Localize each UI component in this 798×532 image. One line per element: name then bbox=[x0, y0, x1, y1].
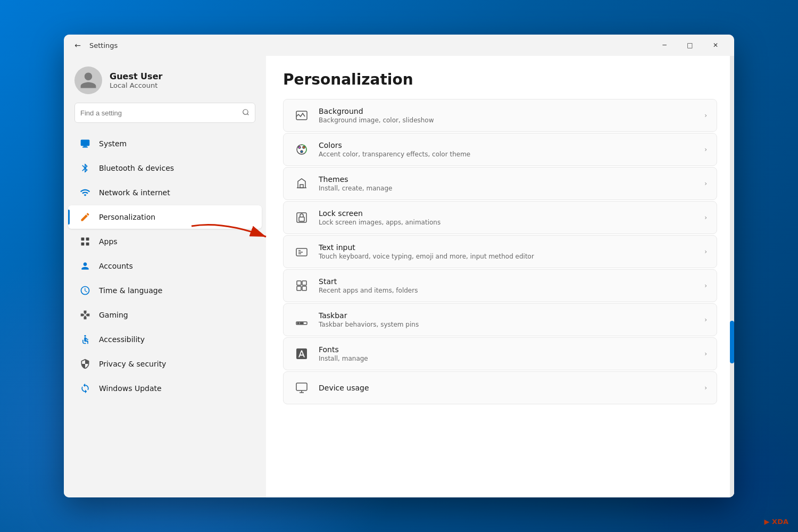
window-title: Settings bbox=[89, 41, 652, 49]
xda-watermark: ▶ XDA bbox=[764, 518, 788, 526]
nav-item-personalization[interactable]: Personalization bbox=[68, 205, 262, 229]
update-icon bbox=[79, 382, 92, 395]
nav-label-time: Time & language bbox=[99, 286, 162, 295]
device-usage-chevron: › bbox=[704, 384, 707, 392]
settings-item-text-input[interactable]: Text input Touch keyboard, voice typing,… bbox=[283, 235, 717, 268]
nav-item-time[interactable]: Time & language bbox=[68, 279, 262, 302]
nav-item-accounts[interactable]: Accounts bbox=[68, 254, 262, 278]
close-button[interactable]: ✕ bbox=[703, 37, 728, 54]
taskbar-chevron: › bbox=[704, 316, 707, 323]
search-box[interactable] bbox=[74, 103, 255, 123]
svg-point-12 bbox=[298, 146, 301, 148]
taskbar-icon bbox=[293, 311, 310, 328]
themes-text: Themes Install, create, manage bbox=[319, 175, 696, 192]
nav-label-apps: Apps bbox=[99, 237, 118, 246]
svg-rect-20 bbox=[302, 281, 306, 285]
bluetooth-icon bbox=[79, 162, 92, 174]
device-usage-text: Device usage bbox=[319, 384, 696, 392]
maximize-button[interactable]: □ bbox=[678, 37, 702, 54]
personalization-icon bbox=[79, 211, 92, 223]
user-profile[interactable]: Guest User Local Account bbox=[64, 56, 266, 103]
title-bar: ← Settings ─ □ ✕ bbox=[64, 35, 734, 56]
background-icon bbox=[293, 107, 310, 124]
background-text: Background Background image, color, slid… bbox=[319, 107, 696, 124]
nav-item-apps[interactable]: Apps bbox=[68, 230, 262, 253]
nav-item-update[interactable]: Windows Update bbox=[68, 377, 262, 400]
svg-line-1 bbox=[247, 113, 249, 115]
background-desc: Background image, color, slideshow bbox=[319, 117, 696, 124]
svg-point-13 bbox=[303, 146, 305, 148]
nav-label-bluetooth: Bluetooth & devices bbox=[99, 164, 174, 172]
text-input-title: Text input bbox=[319, 243, 696, 252]
nav-item-system[interactable]: System bbox=[68, 132, 262, 155]
taskbar-title: Taskbar bbox=[319, 311, 696, 320]
lock-screen-chevron: › bbox=[704, 214, 707, 221]
accessibility-icon bbox=[79, 333, 92, 346]
nav-item-privacy[interactable]: Privacy & security bbox=[68, 352, 262, 376]
nav-item-network[interactable]: Network & internet bbox=[68, 181, 262, 204]
accounts-icon bbox=[79, 260, 92, 272]
svg-rect-21 bbox=[297, 286, 301, 290]
settings-item-taskbar[interactable]: Taskbar Taskbar behaviors, system pins › bbox=[283, 303, 717, 336]
search-input[interactable] bbox=[80, 109, 238, 117]
text-input-desc: Touch keyboard, voice typing, emoji and … bbox=[319, 253, 696, 260]
start-text: Start Recent apps and items, folders bbox=[319, 277, 696, 294]
settings-item-background[interactable]: Background Background image, color, slid… bbox=[283, 99, 717, 132]
nav-item-bluetooth[interactable]: Bluetooth & devices bbox=[68, 156, 262, 180]
user-info: Guest User Local Account bbox=[110, 71, 162, 89]
start-icon bbox=[293, 277, 310, 294]
settings-item-colors[interactable]: Colors Accent color, transparency effect… bbox=[283, 133, 717, 166]
taskbar-text: Taskbar Taskbar behaviors, system pins bbox=[319, 311, 696, 328]
main-content: Guest User Local Account bbox=[64, 56, 734, 497]
scrollbar[interactable] bbox=[730, 56, 734, 497]
lock-screen-text: Lock screen Lock screen images, apps, an… bbox=[319, 209, 696, 226]
search-icon bbox=[242, 109, 250, 118]
settings-list: Background Background image, color, slid… bbox=[283, 99, 717, 404]
right-panel-content: Personalization Background Background im… bbox=[266, 56, 734, 497]
page-title: Personalization bbox=[283, 71, 717, 88]
settings-item-lock-screen[interactable]: Lock screen Lock screen images, apps, an… bbox=[283, 201, 717, 234]
nav-label-personalization: Personalization bbox=[99, 213, 155, 221]
lock-screen-title: Lock screen bbox=[319, 209, 696, 218]
user-avatar-icon bbox=[79, 71, 98, 90]
svg-point-14 bbox=[301, 151, 303, 153]
window-controls: ─ □ ✕ bbox=[652, 37, 728, 54]
device-usage-title: Device usage bbox=[319, 384, 696, 392]
settings-item-fonts[interactable]: Fonts Install, manage › bbox=[283, 337, 717, 370]
svg-rect-8 bbox=[86, 243, 89, 246]
background-chevron: › bbox=[704, 112, 707, 119]
start-desc: Recent apps and items, folders bbox=[319, 287, 696, 294]
taskbar-desc: Taskbar behaviors, system pins bbox=[319, 321, 696, 328]
text-input-chevron: › bbox=[704, 248, 707, 255]
themes-title: Themes bbox=[319, 175, 696, 184]
nav-label-update: Windows Update bbox=[99, 384, 162, 393]
back-button[interactable]: ← bbox=[70, 38, 85, 53]
text-input-icon bbox=[293, 243, 310, 260]
nav-label-system: System bbox=[99, 139, 127, 148]
fonts-icon bbox=[293, 345, 310, 362]
colors-title: Colors bbox=[319, 141, 696, 149]
settings-item-device-usage[interactable]: Device usage › bbox=[283, 371, 717, 404]
gaming-icon bbox=[79, 309, 92, 321]
nav-item-accessibility[interactable]: Accessibility bbox=[68, 328, 262, 351]
nav-item-gaming[interactable]: Gaming bbox=[68, 303, 262, 327]
svg-rect-19 bbox=[297, 281, 301, 285]
lock-screen-icon bbox=[293, 209, 310, 226]
settings-item-themes[interactable]: Themes Install, create, manage › bbox=[283, 167, 717, 200]
scrollbar-thumb[interactable] bbox=[730, 321, 734, 363]
minimize-button[interactable]: ─ bbox=[652, 37, 677, 54]
nav-label-accounts: Accounts bbox=[99, 262, 133, 270]
themes-icon bbox=[293, 175, 310, 192]
svg-rect-4 bbox=[82, 147, 88, 148]
nav-label-accessibility: Accessibility bbox=[99, 335, 145, 344]
fonts-text: Fonts Install, manage bbox=[319, 345, 696, 362]
nav-label-gaming: Gaming bbox=[99, 311, 128, 319]
svg-rect-2 bbox=[81, 140, 90, 146]
start-title: Start bbox=[319, 277, 696, 286]
right-panel: Personalization Background Background im… bbox=[266, 56, 734, 497]
settings-item-start[interactable]: Start Recent apps and items, folders › bbox=[283, 269, 717, 302]
apps-icon bbox=[79, 235, 92, 248]
system-icon bbox=[79, 137, 92, 150]
svg-rect-3 bbox=[84, 146, 87, 147]
sidebar: Guest User Local Account bbox=[64, 56, 266, 497]
